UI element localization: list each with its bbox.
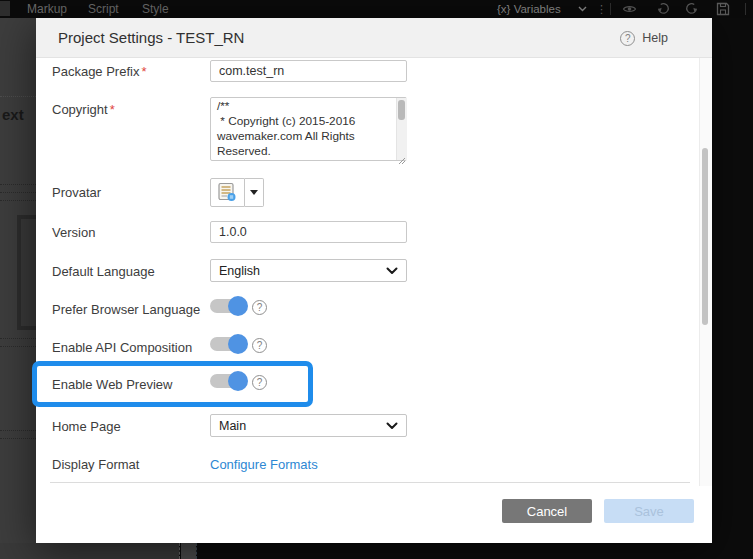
help-label: Help: [642, 31, 668, 45]
textarea-resize-grip[interactable]: [398, 151, 406, 169]
help-circle-icon: ?: [620, 31, 635, 46]
enable-web-preview-toggle[interactable]: [210, 374, 246, 388]
provatar-picker: [210, 178, 264, 207]
required-marker: *: [110, 102, 115, 117]
home-page-select[interactable]: Main: [210, 414, 407, 437]
enable-web-preview-help-icon[interactable]: ?: [252, 372, 267, 390]
copyright-textarea[interactable]: /** * Copyright (c) 2015-2016 wavemaker.…: [210, 97, 407, 161]
default-language-label: Default Language: [52, 264, 155, 279]
canvas-guide-line: [0, 96, 36, 97]
package-prefix-input[interactable]: [210, 60, 407, 82]
kebab-menu-icon[interactable]: ⋮: [594, 2, 609, 16]
prefer-browser-language-help-icon[interactable]: ?: [252, 297, 267, 315]
canvas-guide-line: [0, 438, 36, 439]
chevron-down-icon: [386, 267, 398, 275]
configure-formats-link[interactable]: Configure Formats: [210, 457, 318, 472]
preview-eye-icon[interactable]: [622, 2, 637, 16]
cancel-button[interactable]: Cancel: [502, 499, 592, 523]
tab-style[interactable]: Style: [142, 0, 169, 18]
dialog-header: Project Settings - TEST_RN ? Help: [36, 18, 712, 58]
label-text: Copyright: [52, 102, 108, 117]
toolbar-divider: [610, 3, 611, 15]
design-canvas-strip: ext: [0, 18, 36, 559]
canvas-dashed-edge: [179, 543, 180, 559]
enable-api-composition-help-icon[interactable]: ?: [252, 335, 267, 353]
canvas-guide-line: [0, 192, 36, 193]
canvas-bottom-area: [0, 543, 179, 559]
undo-icon[interactable]: [656, 2, 671, 16]
prefer-browser-language-toggle[interactable]: [210, 299, 246, 313]
help-button[interactable]: ? Help: [620, 18, 668, 58]
save-button[interactable]: Save: [604, 499, 694, 523]
required-marker: *: [141, 64, 146, 79]
provatar-dropdown-button[interactable]: [245, 178, 264, 207]
chevron-down-icon: [386, 422, 398, 430]
provatar-image-button[interactable]: [210, 178, 245, 207]
tab-script[interactable]: Script: [88, 0, 119, 18]
selected-value: Main: [219, 419, 246, 433]
canvas-guide-line: [0, 338, 36, 339]
footer-divider: [50, 482, 690, 483]
home-page-label: Home Page: [52, 419, 121, 434]
canvas-guide-line: [0, 346, 36, 347]
save-icon[interactable]: [716, 2, 731, 16]
enable-api-composition-label: Enable API Composition: [52, 340, 192, 355]
redo-icon[interactable]: [684, 2, 699, 16]
label-text: Package Prefix: [52, 64, 139, 79]
canvas-guide-line: [0, 184, 36, 185]
dialog-title: Project Settings - TEST_RN: [58, 18, 244, 58]
tab-markup[interactable]: Markup: [27, 0, 67, 18]
ide-logo: [0, 1, 10, 16]
canvas-bottom-divider: [181, 543, 196, 559]
toolbar-divider: [745, 3, 746, 15]
textarea-scrollbar-thumb[interactable]: [398, 100, 405, 120]
provatar-label: Provatar: [52, 185, 101, 200]
canvas-guide-line: [0, 200, 36, 201]
project-settings-dialog: Project Settings - TEST_RN ? Help Packag…: [36, 18, 712, 543]
caret-down-icon: [250, 190, 258, 195]
enable-web-preview-label: Enable Web Preview: [52, 377, 172, 392]
version-input[interactable]: [210, 221, 407, 243]
enable-api-composition-toggle[interactable]: [210, 337, 246, 351]
default-language-select[interactable]: English: [210, 259, 407, 282]
provatar-icon: [217, 182, 238, 203]
question-mark: ?: [252, 375, 267, 390]
prefer-browser-language-label: Prefer Browser Language: [52, 302, 200, 317]
question-mark: ?: [252, 338, 267, 353]
dialog-scrollbar-thumb[interactable]: [702, 148, 708, 325]
question-mark: ?: [252, 300, 267, 315]
canvas-text: ext: [2, 106, 24, 123]
canvas-widget-placeholder: [17, 215, 36, 330]
canvas-guide-line: [0, 430, 36, 431]
variables-menu[interactable]: {x} Variables: [497, 0, 561, 18]
version-label: Version: [52, 225, 95, 240]
package-prefix-label: Package Prefix*: [52, 64, 147, 79]
selected-value: English: [219, 264, 260, 278]
ide-topbar: Markup Script Style {x} Variables ⋮: [0, 0, 753, 18]
display-format-label: Display Format: [52, 457, 139, 472]
canvas-dashed-edge: [196, 543, 197, 559]
copyright-label: Copyright*: [52, 102, 115, 117]
